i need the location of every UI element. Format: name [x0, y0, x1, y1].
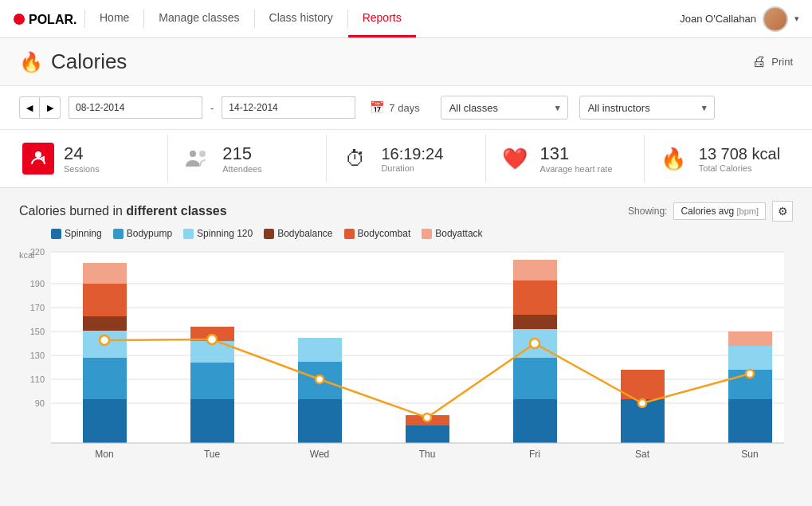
- chart-legend: Spinning Bodypump Spinning 120 Bodybalan…: [51, 228, 793, 239]
- sessions-value: 24: [64, 143, 100, 164]
- svg-point-0: [14, 14, 25, 25]
- kcal-axis-label: kcal: [19, 250, 35, 260]
- svg-rect-21: [83, 399, 127, 443]
- svg-rect-25: [83, 284, 127, 316]
- svg-rect-31: [298, 399, 342, 443]
- page-title-bar: 🔥 Calories 🖨 Print: [0, 38, 812, 86]
- svg-rect-22: [83, 358, 127, 399]
- nav-item-class-history[interactable]: Class history: [255, 0, 347, 37]
- heartrate-icon: ❤️: [499, 143, 531, 175]
- classes-select[interactable]: All classes: [441, 96, 568, 120]
- legend-item-bodyattack: Bodyattack: [422, 228, 482, 239]
- legend-item-bodybalance: Bodybalance: [264, 228, 332, 239]
- svg-text:190: 190: [30, 279, 45, 288]
- date-to-input[interactable]: [222, 96, 355, 119]
- chevron-down-icon[interactable]: ▾: [794, 14, 799, 24]
- svg-text:Mon: Mon: [95, 449, 113, 460]
- svg-text:Fri: Fri: [529, 449, 540, 460]
- svg-rect-44: [728, 399, 772, 443]
- sessions-icon: [22, 143, 54, 175]
- stat-attendees: 215 Attendees: [168, 135, 327, 182]
- svg-rect-39: [513, 315, 557, 329]
- legend-color-bodyattack: [422, 229, 432, 239]
- calories-icon: 🔥: [657, 143, 689, 175]
- chart-header: Calories burned in different classes Sho…: [19, 201, 793, 222]
- svg-text:POLAR.: POLAR.: [29, 13, 76, 26]
- attendees-value: 215: [222, 143, 262, 164]
- controls-bar: ◀ ▶ - 📅 7 days All classes ▼ All instruc…: [0, 86, 812, 130]
- svg-text:170: 170: [30, 303, 45, 312]
- svg-point-59: [423, 414, 431, 422]
- date-from-input[interactable]: [69, 96, 202, 119]
- print-button[interactable]: 🖨 Print: [752, 53, 793, 70]
- svg-rect-37: [513, 358, 557, 399]
- svg-rect-46: [728, 346, 772, 370]
- header: POLAR. Home Manage classes Class history…: [0, 0, 812, 38]
- svg-point-2: [35, 151, 41, 158]
- svg-text:Tue: Tue: [204, 449, 221, 460]
- stat-sessions: 24 Sessions: [10, 135, 168, 182]
- date-nav-group: ◀ ▶: [19, 96, 61, 119]
- duration-label: Duration: [381, 163, 443, 173]
- printer-icon: 🖨: [752, 53, 767, 70]
- svg-rect-36: [513, 399, 557, 443]
- svg-rect-24: [83, 316, 127, 331]
- print-label: Print: [771, 56, 793, 68]
- stat-heartrate: ❤️ 131 Avarage heart rate: [486, 135, 645, 182]
- stat-duration: ⏱ 16:19:24 Duration: [327, 135, 485, 182]
- instructors-select[interactable]: All instructors: [579, 96, 715, 120]
- svg-point-58: [316, 375, 324, 383]
- legend-color-spinning120: [183, 229, 194, 239]
- page-title-text: Calories: [51, 49, 127, 74]
- logo: POLAR.: [13, 8, 84, 30]
- svg-text:Sat: Sat: [635, 449, 650, 460]
- svg-rect-27: [190, 399, 234, 443]
- heartrate-value: 131: [540, 143, 613, 164]
- user-name: Joan O'Callahan: [680, 13, 756, 25]
- legend-color-bodycombat: [344, 229, 355, 239]
- showing-label: Showing:: [628, 206, 667, 217]
- duration-icon: ⏱: [339, 143, 371, 175]
- svg-rect-33: [298, 338, 342, 362]
- nav-item-reports[interactable]: Reports: [348, 0, 416, 37]
- svg-text:90: 90: [35, 398, 45, 408]
- legend-color-spinning: [51, 229, 61, 239]
- attendees-icon: [181, 143, 213, 175]
- svg-text:110: 110: [30, 375, 45, 384]
- classes-select-wrapper: All classes ▼: [441, 96, 568, 120]
- svg-point-62: [746, 370, 754, 378]
- legend-item-bodycombat: Bodycombat: [344, 228, 411, 239]
- svg-point-61: [638, 399, 646, 407]
- svg-rect-28: [190, 363, 234, 399]
- svg-rect-41: [513, 260, 557, 280]
- svg-text:Sun: Sun: [741, 449, 758, 460]
- svg-point-3: [190, 151, 196, 157]
- svg-point-4: [199, 151, 206, 157]
- showing-value-button[interactable]: Calories avg [bpm]: [673, 202, 766, 220]
- legend-item-bodypump: Bodypump: [113, 228, 172, 239]
- next-date-button[interactable]: ▶: [40, 96, 61, 119]
- calendar-icon: 📅: [370, 100, 385, 115]
- gear-button[interactable]: ⚙: [772, 201, 793, 222]
- stats-bar: 24 Sessions 215 Attendees ⏱ 16:19:24 Dur…: [0, 130, 812, 188]
- svg-text:Thu: Thu: [419, 449, 436, 460]
- legend-item-spinning120: Spinning 120: [183, 228, 253, 239]
- flame-icon: 🔥: [19, 51, 43, 73]
- legend-color-bodypump: [113, 229, 124, 239]
- instructors-select-wrapper: All instructors ▼: [579, 96, 715, 120]
- nav-item-home[interactable]: Home: [85, 0, 143, 37]
- calories-value: 13 708 kcal: [699, 145, 780, 163]
- days-badge: 📅 7 days: [363, 100, 426, 115]
- chart-title: Calories burned in different classes: [19, 204, 227, 218]
- duration-value: 16:19:24: [381, 145, 443, 163]
- svg-point-60: [530, 339, 539, 348]
- svg-rect-47: [728, 331, 772, 346]
- svg-text:Wed: Wed: [310, 449, 329, 460]
- nav-item-manage-classes[interactable]: Manage classes: [144, 0, 253, 37]
- svg-rect-26: [83, 263, 127, 284]
- svg-rect-34: [406, 426, 449, 443]
- sessions-label: Sessions: [64, 164, 100, 174]
- prev-date-button[interactable]: ◀: [19, 96, 40, 119]
- calories-label: Total Calories: [699, 163, 780, 173]
- svg-text:130: 130: [30, 351, 45, 360]
